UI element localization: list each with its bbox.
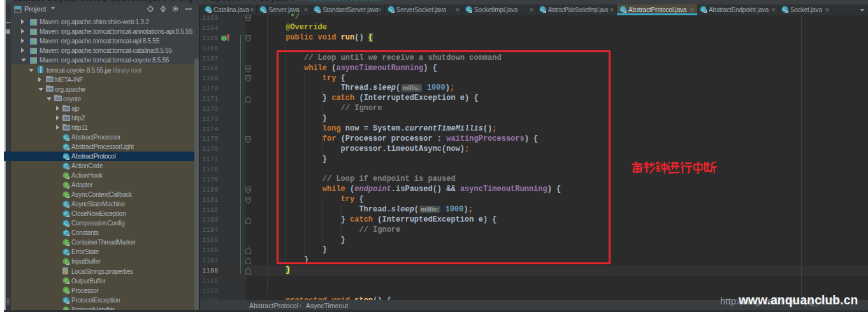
svg-text:C: C (621, 7, 625, 13)
svg-text:I: I (65, 288, 66, 294)
svg-text:I: I (65, 173, 66, 178)
svg-text:I: I (65, 259, 66, 264)
svg-text:C: C (64, 153, 68, 159)
svg-text:C: C (261, 7, 265, 13)
svg-text:C: C (315, 7, 319, 13)
svg-text:C: C (783, 7, 787, 13)
svg-text:C: C (64, 201, 68, 207)
svg-text:C: C (389, 7, 393, 13)
svg-text:C: C (64, 134, 68, 140)
svg-text:C: C (702, 7, 705, 13)
svg-text:C: C (64, 249, 68, 255)
svg-text:C: C (467, 7, 471, 13)
svg-text:I: I (65, 182, 66, 188)
svg-text:C: C (64, 211, 68, 216)
svg-text:I: I (65, 239, 66, 245)
svg-text:C: C (64, 297, 68, 303)
svg-text:C: C (64, 163, 68, 169)
svg-text:I: I (65, 192, 66, 197)
svg-text:C: C (64, 230, 68, 236)
svg-text:C: C (64, 144, 68, 150)
svg-text:I: I (65, 278, 66, 284)
svg-text:C: C (64, 220, 68, 226)
svg-text:C: C (541, 7, 545, 13)
svg-text:C: C (206, 7, 210, 13)
